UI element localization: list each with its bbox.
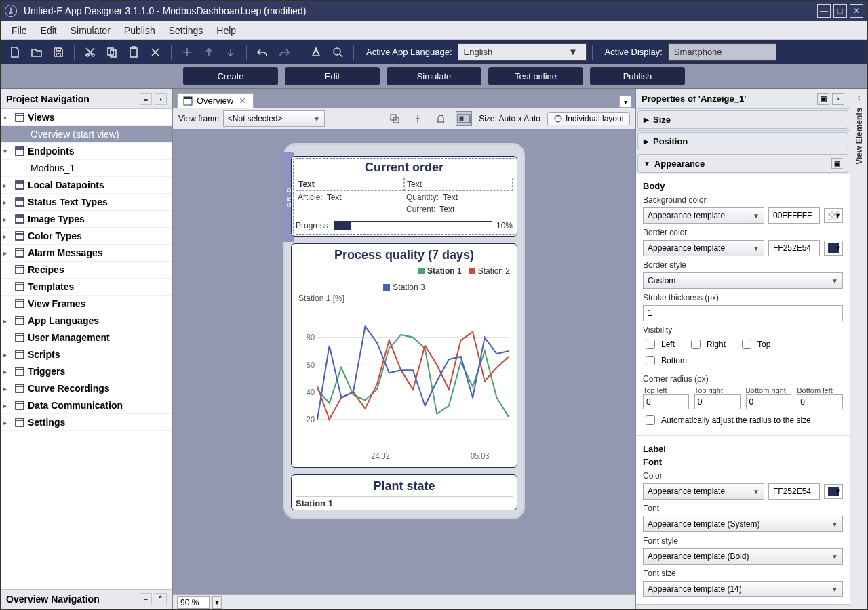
font-color-template-select[interactable]: Appearance template▼ bbox=[643, 483, 764, 500]
plant-state-card[interactable]: Plant state Station 1 bbox=[291, 474, 517, 510]
quick-test-online[interactable]: Test online bbox=[488, 67, 583, 85]
tab-overview[interactable]: Overview ✕ bbox=[177, 93, 254, 108]
undo-icon[interactable] bbox=[252, 43, 273, 62]
zoom-dropdown-icon[interactable]: ▼ bbox=[212, 596, 222, 609]
border-hex-input[interactable] bbox=[768, 240, 820, 256]
delete-icon[interactable] bbox=[145, 43, 165, 62]
open-file-icon[interactable] bbox=[26, 43, 47, 62]
save-file-icon[interactable] bbox=[48, 43, 68, 62]
cut-icon[interactable] bbox=[80, 43, 100, 62]
vis-right[interactable]: Right bbox=[688, 338, 726, 351]
nav-collapse-icon[interactable]: ‹ bbox=[155, 93, 167, 105]
search-icon[interactable] bbox=[328, 43, 348, 62]
tree-item-15[interactable]: ▸Triggers bbox=[1, 363, 172, 380]
process-quality-card[interactable]: Process quality (7 days) Station 1 Stati… bbox=[291, 243, 517, 468]
add-icon[interactable] bbox=[177, 43, 197, 62]
quick-edit[interactable]: Edit bbox=[285, 67, 380, 85]
tree-item-13[interactable]: User Management bbox=[1, 329, 172, 346]
tree-item-7[interactable]: ▸Color Types bbox=[1, 228, 172, 245]
tree-item-16[interactable]: ▸Curve Recordings bbox=[1, 380, 172, 397]
appearance-reset-icon[interactable]: ▣ bbox=[831, 158, 842, 169]
strip-expand-icon[interactable]: ‹ bbox=[858, 93, 861, 102]
zoom-input[interactable]: 90 % bbox=[177, 596, 210, 609]
overview-menu-icon[interactable]: ≡ bbox=[140, 593, 152, 605]
current-order-card[interactable]: Current order Text Text Article: Text Qu… bbox=[291, 156, 517, 237]
layers-icon[interactable] bbox=[387, 111, 403, 126]
tree-item-3[interactable]: Modbus_1 bbox=[1, 160, 172, 177]
tree-item-10[interactable]: Templates bbox=[1, 279, 172, 296]
font-color-swatch[interactable]: ▼ bbox=[824, 484, 843, 499]
window-maximize-button[interactable]: □ bbox=[833, 4, 847, 18]
display-select[interactable]: Smartphone bbox=[668, 43, 776, 61]
bell-icon[interactable] bbox=[433, 111, 449, 126]
redo-icon[interactable] bbox=[274, 43, 294, 62]
copy-icon[interactable] bbox=[102, 43, 122, 62]
font-color-hex-input[interactable] bbox=[768, 483, 820, 500]
tab-dropdown-icon[interactable]: ▾ bbox=[619, 96, 631, 108]
menu-edit[interactable]: Edit bbox=[34, 22, 64, 39]
nav-menu-icon[interactable]: ≡ bbox=[140, 93, 152, 105]
border-template-select[interactable]: Appearance template▼ bbox=[643, 240, 764, 256]
overview-expand-icon[interactable]: ˄ bbox=[155, 593, 167, 605]
tree-item-8[interactable]: ▸Alarm Messages bbox=[1, 245, 172, 262]
menu-settings[interactable]: Settings bbox=[162, 22, 210, 39]
individual-layout-button[interactable]: Individual layout bbox=[547, 112, 630, 125]
bg-color-swatch[interactable]: ▼ bbox=[824, 208, 843, 223]
corner-br[interactable] bbox=[746, 394, 792, 409]
menu-help[interactable]: Help bbox=[210, 22, 243, 39]
project-tree[interactable]: ▾ViewsOverview (start view)▾EndpointsMod… bbox=[1, 109, 172, 589]
props-collapse-icon[interactable]: › bbox=[832, 93, 844, 105]
tree-item-1[interactable]: Overview (start view) bbox=[1, 126, 172, 143]
tree-item-11[interactable]: View Frames bbox=[1, 296, 172, 312]
viewframe-select[interactable]: <Not selected>▼ bbox=[223, 110, 325, 127]
tree-item-5[interactable]: ▸Status Text Types bbox=[1, 194, 172, 211]
menu-simulator[interactable]: Simulator bbox=[64, 22, 117, 39]
quick-publish[interactable]: Publish bbox=[590, 67, 685, 85]
tree-item-2[interactable]: ▾Endpoints bbox=[1, 143, 172, 160]
menu-publish[interactable]: Publish bbox=[117, 22, 162, 39]
stroke-input[interactable] bbox=[643, 305, 843, 321]
section-position[interactable]: ▶Position bbox=[637, 132, 848, 150]
corner-tr[interactable] bbox=[694, 394, 741, 409]
window-close-button[interactable]: ✕ bbox=[850, 4, 863, 18]
tree-item-4[interactable]: ▸Local Datapoints bbox=[1, 177, 172, 194]
tree-item-9[interactable]: Recipes bbox=[1, 262, 172, 279]
menu-file[interactable]: File bbox=[5, 22, 34, 39]
font-select[interactable]: Appearance template (System)▼ bbox=[643, 516, 843, 532]
fontsize-select[interactable]: Appearance template (14)▼ bbox=[643, 581, 843, 597]
quick-create[interactable]: Create bbox=[183, 67, 278, 85]
corner-bl[interactable] bbox=[797, 394, 843, 409]
window-minimize-button[interactable]: — bbox=[817, 4, 831, 18]
language-select[interactable]: English▼ bbox=[458, 43, 587, 61]
tree-item-18[interactable]: ▸Settings bbox=[1, 414, 172, 431]
tree-item-17[interactable]: ▸Data Communication bbox=[1, 397, 172, 414]
border-style-select[interactable]: Custom▼ bbox=[643, 272, 843, 289]
pin-icon[interactable] bbox=[410, 111, 426, 126]
bg-hex-input[interactable] bbox=[768, 207, 820, 224]
corner-tl[interactable] bbox=[643, 394, 689, 409]
section-appearance[interactable]: ▼Appearance▣ bbox=[637, 154, 848, 173]
vis-left[interactable]: Left bbox=[643, 338, 675, 351]
bg-template-select[interactable]: Appearance template▼ bbox=[643, 207, 764, 224]
auto-radius-check[interactable]: Automatically adjust the radius to the s… bbox=[643, 413, 843, 427]
tree-item-0[interactable]: ▾Views bbox=[1, 109, 172, 126]
tab-close-icon[interactable]: ✕ bbox=[239, 96, 246, 106]
tree-item-6[interactable]: ▸Image Types bbox=[1, 211, 172, 228]
fit-toggle-icon[interactable] bbox=[456, 111, 472, 126]
paste-icon[interactable] bbox=[123, 43, 144, 62]
svg-rect-25 bbox=[16, 300, 24, 308]
move-down-icon[interactable] bbox=[220, 43, 241, 62]
view-elements-strip[interactable]: ‹ View Elements bbox=[850, 89, 867, 609]
border-color-swatch[interactable]: ▼ bbox=[824, 241, 843, 256]
section-size[interactable]: ▶Size bbox=[637, 110, 848, 129]
quick-simulate[interactable]: Simulate bbox=[387, 67, 481, 85]
props-popout-icon[interactable]: ▣ bbox=[817, 93, 829, 105]
vis-bottom[interactable]: Bottom bbox=[643, 354, 843, 367]
vis-top[interactable]: Top bbox=[739, 338, 770, 351]
preview-icon[interactable] bbox=[306, 43, 326, 62]
fontstyle-select[interactable]: Appearance template (Bold)▼ bbox=[643, 548, 843, 565]
new-file-icon[interactable] bbox=[5, 43, 25, 62]
move-up-icon[interactable] bbox=[199, 43, 219, 62]
tree-item-14[interactable]: ▸Scripts bbox=[1, 346, 172, 363]
tree-item-12[interactable]: ▸App Languages bbox=[1, 312, 172, 329]
